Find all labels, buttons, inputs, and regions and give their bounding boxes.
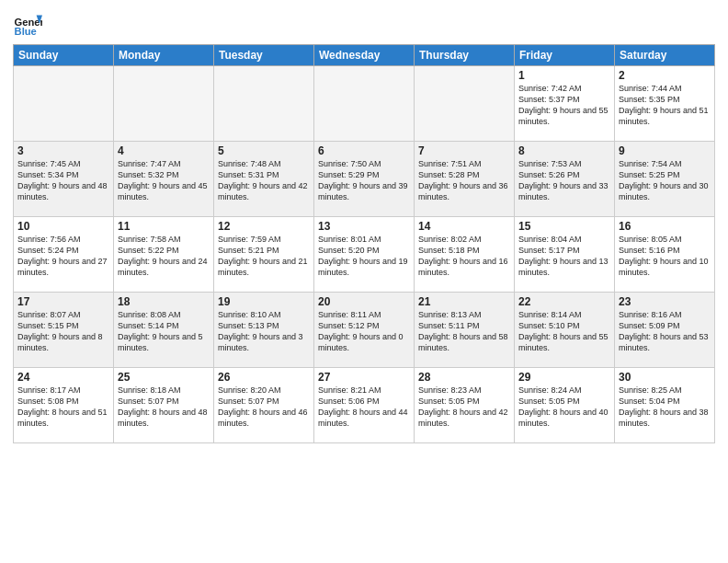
calendar-table: SundayMondayTuesdayWednesdayThursdayFrid… [13, 44, 715, 443]
cell-info: Sunrise: 7:44 AM Sunset: 5:35 PM Dayligh… [619, 83, 711, 128]
cal-cell: 20Sunrise: 8:11 AM Sunset: 5:12 PM Dayli… [314, 293, 415, 368]
cell-info: Sunrise: 7:42 AM Sunset: 5:37 PM Dayligh… [518, 83, 610, 128]
day-header-sunday: Sunday [14, 45, 114, 66]
cell-info: Sunrise: 8:25 AM Sunset: 5:04 PM Dayligh… [619, 385, 711, 430]
cal-cell: 27Sunrise: 8:21 AM Sunset: 5:06 PM Dayli… [314, 368, 415, 443]
logo: General Blue [13, 9, 42, 39]
day-number: 23 [619, 295, 711, 308]
day-number: 1 [518, 69, 610, 82]
day-number: 7 [418, 144, 510, 157]
day-number: 29 [518, 371, 610, 384]
day-number: 15 [518, 220, 610, 233]
cell-info: Sunrise: 8:05 AM Sunset: 5:16 PM Dayligh… [619, 234, 711, 279]
cal-cell [14, 66, 114, 142]
cal-cell: 23Sunrise: 8:16 AM Sunset: 5:09 PM Dayli… [615, 293, 715, 368]
day-header-tuesday: Tuesday [214, 45, 314, 66]
cell-info: Sunrise: 7:53 AM Sunset: 5:26 PM Dayligh… [518, 158, 610, 203]
header: General Blue [13, 9, 715, 39]
cell-info: Sunrise: 8:14 AM Sunset: 5:10 PM Dayligh… [518, 309, 610, 354]
day-number: 18 [118, 295, 210, 308]
day-number: 26 [218, 371, 310, 384]
day-header-friday: Friday [515, 45, 615, 66]
day-number: 4 [118, 144, 210, 157]
day-header-wednesday: Wednesday [314, 45, 415, 66]
day-number: 27 [318, 371, 410, 384]
cell-info: Sunrise: 8:20 AM Sunset: 5:07 PM Dayligh… [218, 385, 310, 430]
cell-info: Sunrise: 7:56 AM Sunset: 5:24 PM Dayligh… [17, 234, 109, 279]
calendar-page: General Blue SundayMondayTuesdayWednesda… [0, 0, 728, 563]
cal-cell: 26Sunrise: 8:20 AM Sunset: 5:07 PM Dayli… [214, 368, 314, 443]
cal-cell: 5Sunrise: 7:48 AM Sunset: 5:31 PM Daylig… [214, 142, 314, 217]
cal-cell [415, 66, 515, 142]
cal-cell: 1Sunrise: 7:42 AM Sunset: 5:37 PM Daylig… [515, 66, 615, 142]
cal-cell: 14Sunrise: 8:02 AM Sunset: 5:18 PM Dayli… [415, 217, 515, 293]
logo-icon: General Blue [13, 9, 42, 39]
cal-cell: 15Sunrise: 8:04 AM Sunset: 5:17 PM Dayli… [515, 217, 615, 293]
day-number: 3 [17, 144, 109, 157]
cell-info: Sunrise: 8:16 AM Sunset: 5:09 PM Dayligh… [619, 309, 711, 354]
cell-info: Sunrise: 8:23 AM Sunset: 5:05 PM Dayligh… [418, 385, 510, 430]
cal-cell: 16Sunrise: 8:05 AM Sunset: 5:16 PM Dayli… [615, 217, 715, 293]
cell-info: Sunrise: 7:48 AM Sunset: 5:31 PM Dayligh… [218, 158, 310, 203]
week-row-3: 10Sunrise: 7:56 AM Sunset: 5:24 PM Dayli… [14, 217, 715, 293]
cal-cell: 22Sunrise: 8:14 AM Sunset: 5:10 PM Dayli… [515, 293, 615, 368]
cell-info: Sunrise: 8:08 AM Sunset: 5:14 PM Dayligh… [118, 309, 210, 354]
day-number: 8 [518, 144, 610, 157]
day-number: 21 [418, 295, 510, 308]
day-number: 17 [17, 295, 109, 308]
day-header-saturday: Saturday [615, 45, 715, 66]
cell-info: Sunrise: 7:51 AM Sunset: 5:28 PM Dayligh… [418, 158, 510, 203]
day-number: 2 [619, 69, 711, 82]
day-number: 22 [518, 295, 610, 308]
cal-cell [114, 66, 214, 142]
cal-cell: 12Sunrise: 7:59 AM Sunset: 5:21 PM Dayli… [214, 217, 314, 293]
day-number: 20 [318, 295, 410, 308]
cell-info: Sunrise: 7:59 AM Sunset: 5:21 PM Dayligh… [218, 234, 310, 279]
day-number: 10 [17, 220, 109, 233]
cell-info: Sunrise: 8:10 AM Sunset: 5:13 PM Dayligh… [218, 309, 310, 354]
cell-info: Sunrise: 8:11 AM Sunset: 5:12 PM Dayligh… [318, 309, 410, 354]
day-number: 5 [218, 144, 310, 157]
day-number: 13 [318, 220, 410, 233]
cell-info: Sunrise: 8:04 AM Sunset: 5:17 PM Dayligh… [518, 234, 610, 279]
cell-info: Sunrise: 8:07 AM Sunset: 5:15 PM Dayligh… [17, 309, 109, 354]
cell-info: Sunrise: 7:58 AM Sunset: 5:22 PM Dayligh… [118, 234, 210, 279]
day-header-thursday: Thursday [415, 45, 515, 66]
cal-cell: 17Sunrise: 8:07 AM Sunset: 5:15 PM Dayli… [14, 293, 114, 368]
cal-cell: 8Sunrise: 7:53 AM Sunset: 5:26 PM Daylig… [515, 142, 615, 217]
week-row-2: 3Sunrise: 7:45 AM Sunset: 5:34 PM Daylig… [14, 142, 715, 217]
cell-info: Sunrise: 8:24 AM Sunset: 5:05 PM Dayligh… [518, 385, 610, 430]
cal-cell: 28Sunrise: 8:23 AM Sunset: 5:05 PM Dayli… [415, 368, 515, 443]
cal-cell [214, 66, 314, 142]
cell-info: Sunrise: 8:01 AM Sunset: 5:20 PM Dayligh… [318, 234, 410, 279]
cal-cell: 11Sunrise: 7:58 AM Sunset: 5:22 PM Dayli… [114, 217, 214, 293]
cal-cell: 9Sunrise: 7:54 AM Sunset: 5:25 PM Daylig… [615, 142, 715, 217]
day-number: 16 [619, 220, 711, 233]
day-number: 24 [17, 371, 109, 384]
cal-cell: 24Sunrise: 8:17 AM Sunset: 5:08 PM Dayli… [14, 368, 114, 443]
cell-info: Sunrise: 8:18 AM Sunset: 5:07 PM Dayligh… [118, 385, 210, 430]
cell-info: Sunrise: 8:13 AM Sunset: 5:11 PM Dayligh… [418, 309, 510, 354]
week-row-4: 17Sunrise: 8:07 AM Sunset: 5:15 PM Dayli… [14, 293, 715, 368]
cal-cell: 25Sunrise: 8:18 AM Sunset: 5:07 PM Dayli… [114, 368, 214, 443]
cal-cell: 30Sunrise: 8:25 AM Sunset: 5:04 PM Dayli… [615, 368, 715, 443]
week-row-1: 1Sunrise: 7:42 AM Sunset: 5:37 PM Daylig… [14, 66, 715, 142]
day-number: 25 [118, 371, 210, 384]
cal-cell: 21Sunrise: 8:13 AM Sunset: 5:11 PM Dayli… [415, 293, 515, 368]
cal-cell [314, 66, 415, 142]
header-row: SundayMondayTuesdayWednesdayThursdayFrid… [14, 45, 715, 66]
svg-text:Blue: Blue [15, 26, 37, 37]
day-number: 14 [418, 220, 510, 233]
cal-cell: 6Sunrise: 7:50 AM Sunset: 5:29 PM Daylig… [314, 142, 415, 217]
cal-cell: 19Sunrise: 8:10 AM Sunset: 5:13 PM Dayli… [214, 293, 314, 368]
cell-info: Sunrise: 8:17 AM Sunset: 5:08 PM Dayligh… [17, 385, 109, 430]
cal-cell: 10Sunrise: 7:56 AM Sunset: 5:24 PM Dayli… [14, 217, 114, 293]
cal-cell: 13Sunrise: 8:01 AM Sunset: 5:20 PM Dayli… [314, 217, 415, 293]
cell-info: Sunrise: 8:02 AM Sunset: 5:18 PM Dayligh… [418, 234, 510, 279]
day-number: 28 [418, 371, 510, 384]
day-header-monday: Monday [114, 45, 214, 66]
cell-info: Sunrise: 7:47 AM Sunset: 5:32 PM Dayligh… [118, 158, 210, 203]
cell-info: Sunrise: 7:54 AM Sunset: 5:25 PM Dayligh… [619, 158, 711, 203]
day-number: 6 [318, 144, 410, 157]
day-number: 30 [619, 371, 711, 384]
